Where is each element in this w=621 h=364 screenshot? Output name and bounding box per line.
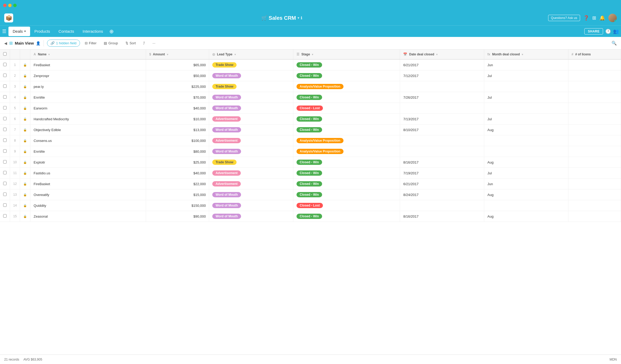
row-checkbox-cell[interactable] [0, 124, 10, 135]
sort-button[interactable]: ⇅ Sort [123, 40, 139, 46]
table-row[interactable]: 9 🔒 EnnWe $80,000 Word of Mouth Analysis… [0, 146, 621, 157]
table-row[interactable]: 15 🔒 Zeasonal $90,000 Word of Mouth Clos… [0, 211, 621, 222]
month-closed-header[interactable]: fx Month deal closed ▾ [484, 50, 568, 59]
nav-tab-contacts[interactable]: Contacts [54, 27, 78, 36]
group-button[interactable]: ▤ Group [101, 40, 120, 46]
table-row[interactable]: 6 🔒 Handcrafted Mediocrity $10,000 Adver… [0, 114, 621, 124]
row-checkbox-cell[interactable] [0, 211, 10, 222]
stage-header[interactable]: ☰ Stage ▾ [293, 50, 400, 59]
info-icon[interactable]: ℹ [301, 16, 302, 20]
row-checkbox[interactable] [3, 106, 7, 109]
table-row[interactable]: 3 🔒 pear.ly $225,000 Trade Show Analysis… [0, 81, 621, 92]
row-checkbox-cell[interactable] [0, 146, 10, 157]
table-row[interactable]: 10 🔒 Exploitr $25,000 Trade Show Closed … [0, 157, 621, 168]
export-button[interactable]: ⤴ [140, 40, 148, 46]
nav-tab-interactions-label: Interactions [83, 29, 103, 33]
add-tab-button[interactable]: ⊕ [107, 28, 116, 35]
table-row[interactable]: 11 🔒 Fastidio.us $40,000 Advertisement C… [0, 168, 621, 179]
row-checkbox-cell[interactable] [0, 189, 10, 200]
row-checkbox-cell[interactable] [0, 92, 10, 103]
table-row[interactable]: 2 🔒 Zenprospr $50,000 Word of Mouth Clos… [0, 70, 621, 81]
table-row[interactable]: 8 🔒 Consens.us $100,000 Advertisement An… [0, 135, 621, 146]
filter-button[interactable]: ⊟ Filter [82, 40, 99, 46]
avatar[interactable] [608, 14, 617, 22]
nav-tab-deals[interactable]: Deals ▾ [8, 27, 30, 36]
row-checkbox-cell[interactable] [0, 59, 10, 70]
amount-cell: $150,000 [146, 200, 209, 211]
search-icon[interactable]: 🔍 [611, 41, 617, 45]
row-checkbox[interactable] [3, 84, 7, 88]
row-checkbox[interactable] [3, 74, 7, 77]
lead-type-badge: Advertisement [212, 138, 241, 143]
ask-us-button[interactable]: Questions? Ask us [548, 15, 580, 21]
apps-icon[interactable]: ⊞ [592, 15, 596, 21]
lead-type-badge: Word of Mouth [212, 214, 241, 219]
stage-sort-arrow[interactable]: ▾ [312, 53, 313, 56]
amount-sort-arrow[interactable]: ▾ [167, 53, 168, 56]
month-sort-arrow[interactable]: ▾ [522, 53, 523, 56]
row-checkbox[interactable] [3, 171, 7, 174]
collapse-button[interactable]: ◀ [4, 41, 7, 45]
maximize-button[interactable] [13, 4, 17, 7]
row-checkbox[interactable] [3, 182, 7, 185]
close-button[interactable] [3, 4, 7, 7]
row-checkbox[interactable] [3, 149, 7, 153]
toolbar-right: 🔍 [611, 41, 617, 46]
table-row[interactable]: 13 🔒 Overeatify $15,000 Word of Mouth Cl… [0, 189, 621, 200]
group-members-icon[interactable]: 👤 [36, 41, 40, 45]
share-button[interactable]: SHARE [584, 28, 603, 35]
table-row[interactable]: 4 🔒 EnnWe $70,000 Word of Mouth Closed -… [0, 92, 621, 103]
table-row[interactable]: 14 🔒 Quiddity $150,000 Word of Mouth Clo… [0, 200, 621, 211]
lead-type-header[interactable]: ◎ Lead Type ▾ [209, 50, 293, 59]
users-icon[interactable]: 👥 [613, 28, 619, 34]
row-checkbox[interactable] [3, 193, 7, 196]
amount-header[interactable]: $ Amount ▾ [146, 50, 209, 59]
date-closed-header[interactable]: 📅 Date deal closed ▾ [400, 50, 484, 59]
row-checkbox[interactable] [3, 203, 7, 207]
row-checkbox-cell[interactable] [0, 179, 10, 189]
date-sort-arrow[interactable]: ▾ [436, 53, 437, 56]
month-closed-cell: Jun [484, 59, 568, 70]
row-checkbox-cell[interactable] [0, 168, 10, 179]
row-checkbox-cell[interactable] [0, 114, 10, 124]
minimize-button[interactable] [8, 4, 12, 7]
row-checkbox[interactable] [3, 214, 7, 218]
online-status-dot [614, 20, 617, 22]
row-checkbox[interactable] [3, 117, 7, 120]
row-checkbox[interactable] [3, 63, 7, 66]
row-checkbox[interactable] [3, 160, 7, 164]
row-checkbox-cell[interactable] [0, 157, 10, 168]
licenses-header[interactable]: # # of licens [568, 50, 621, 59]
row-checkbox-cell[interactable] [0, 135, 10, 146]
row-checkbox-cell[interactable] [0, 103, 10, 114]
table-row[interactable]: 7 🔒 Objectively Edible $13,000 Word of M… [0, 124, 621, 135]
row-checkbox[interactable] [3, 128, 7, 131]
hidden-field-button[interactable]: 🔗 1 hidden field [47, 40, 80, 47]
row-checkbox-cell[interactable] [0, 81, 10, 92]
notifications-icon[interactable]: 🔔 [599, 15, 605, 21]
grid-view-icon[interactable]: ⊞ [9, 41, 13, 46]
more-button[interactable]: ··· [150, 40, 158, 46]
nav-tab-interactions[interactable]: Interactions [78, 27, 107, 36]
title-dropdown-arrow[interactable]: ▾ [298, 16, 299, 20]
row-checkbox[interactable] [3, 138, 7, 142]
amount-cell: $225,000 [146, 81, 209, 92]
row-checkbox-cell[interactable] [0, 70, 10, 81]
table-row[interactable]: 1 🔒 FireBasket $65,000 Trade Show Closed… [0, 59, 621, 70]
lead-type-sort-arrow[interactable]: ▾ [234, 53, 236, 56]
month-closed-cell: Jul [484, 70, 568, 81]
row-checkbox[interactable] [3, 95, 7, 99]
table-row[interactable]: 12 🔒 FireBasket $22,000 Advertisement Cl… [0, 179, 621, 189]
name-header[interactable]: A Name ▾ [30, 50, 146, 59]
nav-tab-deals-dropdown[interactable]: ▾ [24, 30, 26, 33]
select-all-checkbox[interactable] [3, 52, 7, 56]
name-sort-arrow[interactable]: ▾ [48, 53, 50, 56]
help-icon[interactable]: ❓ [583, 15, 589, 21]
checkbox-header[interactable] [0, 50, 10, 59]
nav-tab-products[interactable]: Products [30, 27, 54, 36]
table-row[interactable]: 5 🔒 Earworm $40,000 Word of Mouth Closed… [0, 103, 621, 114]
history-icon[interactable]: 🕐 [605, 28, 611, 34]
table-container[interactable]: A Name ▾ $ Amount ▾ ◎ Lead Type ▾ ☰ Stag… [0, 50, 621, 355]
hamburger-icon[interactable]: ☰ [2, 28, 6, 34]
row-checkbox-cell[interactable] [0, 200, 10, 211]
